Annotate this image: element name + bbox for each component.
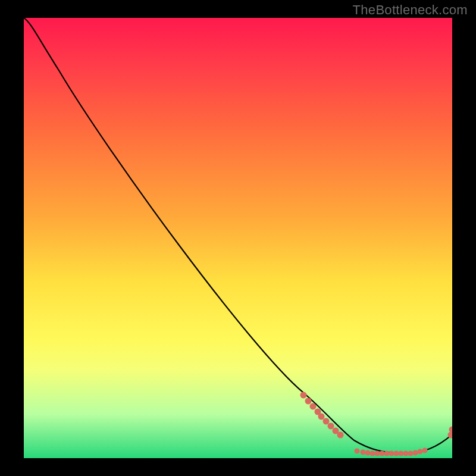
data-point bbox=[370, 451, 375, 456]
data-points-primary bbox=[300, 392, 453, 439]
data-point bbox=[323, 418, 330, 425]
data-point bbox=[408, 451, 414, 456]
data-point bbox=[384, 451, 390, 456]
plot-area bbox=[24, 18, 452, 458]
data-point bbox=[403, 451, 409, 456]
bottleneck-curve bbox=[24, 18, 452, 453]
data-point bbox=[355, 449, 360, 454]
data-point bbox=[337, 432, 344, 439]
data-point bbox=[418, 449, 423, 455]
data-point bbox=[413, 450, 418, 456]
data-points-bottom bbox=[355, 448, 428, 456]
data-point bbox=[449, 427, 453, 433]
data-point bbox=[318, 414, 325, 420]
data-point bbox=[394, 451, 399, 456]
data-point bbox=[380, 451, 385, 456]
data-point bbox=[300, 392, 307, 399]
data-point bbox=[375, 451, 380, 456]
curve-svg bbox=[24, 18, 452, 458]
data-point bbox=[422, 448, 428, 453]
data-point bbox=[328, 423, 334, 430]
data-point bbox=[399, 451, 404, 456]
data-point bbox=[389, 451, 394, 456]
data-point bbox=[305, 398, 312, 405]
chart-frame: TheBottleneck.com bbox=[0, 0, 476, 476]
data-point bbox=[365, 450, 371, 456]
watermark-text: TheBottleneck.com bbox=[353, 2, 468, 18]
data-point bbox=[310, 403, 317, 410]
data-point bbox=[361, 450, 366, 455]
